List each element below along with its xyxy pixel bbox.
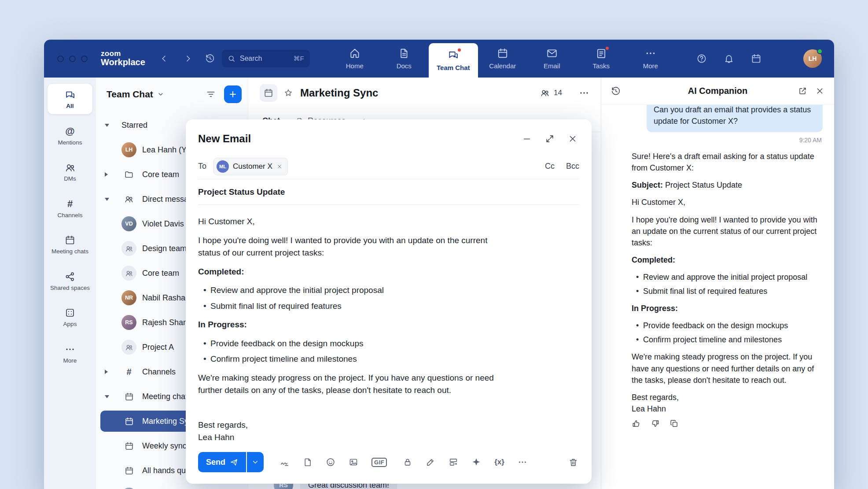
plus-icon <box>228 89 238 99</box>
insert-image-button[interactable] <box>349 457 358 467</box>
back-button[interactable] <box>157 51 172 66</box>
layout-button[interactable] <box>449 457 458 467</box>
window-close-button[interactable] <box>57 56 64 62</box>
rail-shared-spaces[interactable]: Shared spaces <box>48 266 92 296</box>
ai-companion-button[interactable] <box>776 51 791 66</box>
hash-icon: # <box>121 364 136 379</box>
nav-email[interactable]: Email <box>527 40 577 78</box>
top-navigation: Home Docs Team Chat Calendar Email Tasks <box>330 40 675 78</box>
emoji-button[interactable] <box>326 457 335 467</box>
calendar-quick-button[interactable] <box>749 51 764 66</box>
nav-calendar[interactable]: Calendar <box>478 40 527 78</box>
window-zoom-button[interactable] <box>81 56 88 62</box>
minimize-button[interactable] <box>522 134 532 144</box>
nav-tasks[interactable]: Tasks <box>577 40 626 78</box>
rail-meeting-chats[interactable]: Meeting chats <box>48 229 92 259</box>
nav-team-chat[interactable]: Team Chat <box>429 43 478 78</box>
chat-header: Marketing Sync 14 <box>248 78 601 108</box>
subject-field[interactable]: Project Status Update <box>198 179 579 205</box>
group-avatar-icon <box>121 241 136 256</box>
close-button[interactable] <box>568 134 577 144</box>
ai-feedback-bar <box>632 419 823 428</box>
rail-apps[interactable]: Apps <box>48 302 92 332</box>
logo-workplace: Workplace <box>101 58 145 67</box>
ai-assist-button[interactable] <box>471 457 481 467</box>
avatar: LH <box>121 142 136 157</box>
email-body-editor[interactable]: Hi Customer X, I hope you're doing well!… <box>186 205 592 445</box>
code-snippet-button[interactable]: {x} <box>494 458 504 467</box>
search-placeholder: Search <box>240 55 262 63</box>
history-button[interactable] <box>202 51 217 66</box>
discard-draft-button[interactable] <box>568 457 578 467</box>
new-email-modal: New Email To ML Customer X Cc Bcc Projec… <box>186 119 592 484</box>
rail-all[interactable]: All <box>48 84 92 114</box>
docs-icon <box>398 48 410 59</box>
nav-home[interactable]: Home <box>330 40 379 78</box>
send-icon <box>230 458 238 467</box>
copy-button[interactable] <box>669 419 679 428</box>
notifications-button[interactable] <box>721 51 736 66</box>
filter-button[interactable] <box>203 86 219 102</box>
gif-button[interactable]: GIF <box>371 458 387 467</box>
more-icon <box>645 48 656 59</box>
search-shortcut: ⌘F <box>294 55 304 63</box>
zoom-workplace-logo: zoom Workplace <box>101 50 145 67</box>
thumbs-up-button[interactable] <box>632 419 641 428</box>
rail-mentions[interactable]: @ Mentions <box>48 120 92 151</box>
edit-button[interactable] <box>426 457 435 467</box>
chat-item-lea-rajesh[interactable]: LR Lea/Rajesh 1:1 <box>96 483 248 489</box>
remove-recipient-button[interactable] <box>276 163 283 170</box>
chevron-down-icon <box>157 91 164 98</box>
cc-button[interactable]: Cc <box>545 162 555 171</box>
window-minimize-button[interactable] <box>69 56 76 62</box>
recipient-chip[interactable]: ML Customer X <box>213 158 288 175</box>
team-chat-dropdown[interactable]: Team Chat <box>107 89 164 100</box>
at-icon: @ <box>65 126 74 137</box>
open-in-new-window-button[interactable] <box>798 86 807 96</box>
rail-channels[interactable]: # Channels <box>48 193 92 223</box>
ai-response-text: Sure! Here's a draft email asking for a … <box>632 151 823 415</box>
help-button[interactable] <box>694 51 709 66</box>
bcc-button[interactable]: Bcc <box>566 162 579 171</box>
ai-companion-panel: AI Companion Can you draft an email that… <box>601 78 834 489</box>
caret-right-icon <box>105 370 108 374</box>
calendar-icon <box>121 414 136 429</box>
people-icon <box>540 88 550 98</box>
left-rail: All @ Mentions DMs # Channels Meeting ch… <box>44 78 96 489</box>
user-avatar[interactable]: LH <box>803 49 822 68</box>
hash-icon: # <box>67 198 73 210</box>
ai-response: Sure! Here's a draft email asking for a … <box>613 151 823 415</box>
close-panel-button[interactable] <box>815 86 824 96</box>
calendar-icon <box>121 438 136 453</box>
to-field[interactable]: To ML Customer X Cc Bcc <box>198 154 579 179</box>
chat-more-button[interactable] <box>579 88 589 98</box>
expand-button[interactable] <box>545 134 555 144</box>
rail-dms[interactable]: DMs <box>48 156 92 187</box>
more-options-button[interactable] <box>518 457 527 467</box>
history-nav <box>157 51 195 66</box>
more-icon <box>65 344 75 355</box>
subject-label: Subject: <box>632 181 663 189</box>
forward-button[interactable] <box>180 51 195 66</box>
nav-more[interactable]: More <box>626 40 675 78</box>
user-prompt-bubble: Can you draft an email that provides a s… <box>647 105 823 132</box>
nav-docs[interactable]: Docs <box>379 40 429 78</box>
new-chat-button[interactable] <box>224 85 242 103</box>
encrypt-button[interactable] <box>403 457 412 467</box>
send-button[interactable]: Send <box>198 452 246 472</box>
signature-button[interactable] <box>280 457 290 467</box>
templates-button[interactable] <box>303 457 313 467</box>
caret-down-icon <box>105 198 109 201</box>
ai-history-button[interactable] <box>611 86 621 96</box>
folder-icon <box>121 167 136 182</box>
ai-panel-header: AI Companion <box>601 78 834 105</box>
window-controls <box>57 56 88 62</box>
thumbs-down-button[interactable] <box>651 419 660 428</box>
star-button[interactable] <box>283 88 293 98</box>
members-button[interactable]: 14 <box>540 88 562 98</box>
search-input[interactable]: Search ⌘F <box>222 50 310 67</box>
zoom-workplace-window: zoom Workplace Search ⌘F Home Docs Team <box>44 40 834 489</box>
compose-toolbar: Send GIF {x} <box>186 445 592 484</box>
send-options-button[interactable] <box>247 452 264 472</box>
rail-more[interactable]: More <box>48 338 92 369</box>
